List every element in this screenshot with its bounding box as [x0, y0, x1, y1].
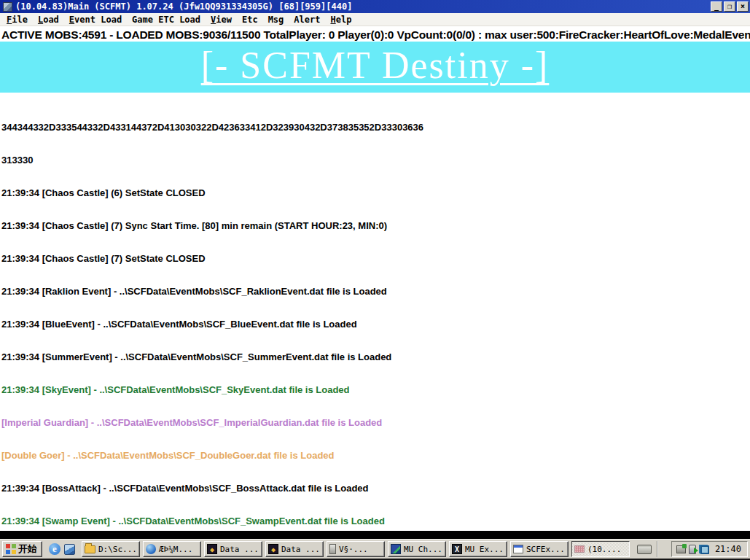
- taskbar-clock: 21:40: [712, 544, 741, 554]
- client-area: ACTIVE MOBS:4591 - LOADED MOBS:9036/1150…: [0, 26, 750, 531]
- menu-msg[interactable]: Msg: [263, 15, 289, 25]
- log-line: 21:39:34 [Swamp Event] - ..\SCFData\Even…: [1, 516, 750, 526]
- menu-view[interactable]: View: [206, 15, 237, 25]
- taskbar-button-browser[interactable]: ÆÞ¼M...: [143, 541, 201, 557]
- log-line: 21:39:34 [Chaos Castle] (7) Sync Start T…: [1, 220, 750, 231]
- menu-help[interactable]: Help: [325, 15, 356, 25]
- taskbar-button-mu-ch[interactable]: MU Ch...: [388, 541, 446, 557]
- log-line: 313330: [1, 155, 750, 166]
- folder-icon: [85, 545, 95, 553]
- log-line: 21:39:34 [Chaos Castle] (7) SetState CLO…: [1, 253, 750, 264]
- network-icon[interactable]: [699, 545, 709, 554]
- mu-data-icon: ◆: [268, 544, 278, 554]
- banner-title: [- SCFMT Destiny -]: [201, 44, 550, 86]
- log-line: 21:39:34 [SummerEvent] - ..\SCFData\Even…: [1, 351, 750, 362]
- taskbar-button-tool[interactable]: V§·...: [327, 541, 385, 557]
- menu-game-etc-load[interactable]: Game ETC Load: [127, 15, 206, 25]
- start-label: 开始: [18, 542, 37, 556]
- globe-icon: [146, 544, 156, 554]
- log-line: 21:39:34 [Raklion Event] - ..\SCFData\Ev…: [1, 286, 750, 297]
- taskbar-button-scfex[interactable]: SCFEx...: [510, 541, 569, 557]
- taskbar-button-dataserver-2[interactable]: ◆ Data ...: [265, 541, 324, 557]
- quick-launch: e: [45, 543, 79, 555]
- start-button[interactable]: 开始: [2, 541, 42, 557]
- menu-etc[interactable]: Etc: [237, 15, 263, 25]
- hardware-icon[interactable]: [676, 545, 686, 553]
- restore-button[interactable]: ❐: [724, 1, 735, 12]
- outlook-express-icon[interactable]: [64, 544, 75, 555]
- log-line: 21:39:34 [BossAttack] - ..\SCFData\Event…: [1, 483, 750, 494]
- server-banner: [- SCFMT Destiny -]: [0, 42, 750, 93]
- database-run-icon[interactable]: [689, 545, 696, 554]
- log-line: 21:39:34 [BlueEvent] - ..\SCFData\EventM…: [1, 319, 750, 330]
- close-button[interactable]: ×: [737, 1, 749, 12]
- menu-event-load[interactable]: Event Load: [64, 15, 127, 25]
- log-line: 21:39:34 [Chaos Castle] (6) SetState CLO…: [1, 187, 750, 198]
- mu-exe-icon: X: [452, 544, 462, 554]
- log-line: [Double Goer] - ..\SCFData\EventMobs\SCF…: [1, 450, 750, 461]
- desktop-gap: [0, 531, 750, 539]
- log-line: 344344332D333544332D433144372D413030322D…: [1, 122, 750, 133]
- scfmt-icon: [574, 545, 585, 553]
- log-line: 21:39:34 [SkyEvent] - ..\SCFData\EventMo…: [1, 384, 750, 395]
- taskbar-button-explorer[interactable]: D:\Sc...: [82, 541, 140, 557]
- window-icon: [513, 545, 523, 553]
- log-line: [Imperial Guardian] - ..\SCFData\EventMo…: [1, 417, 750, 428]
- system-tray: 21:40: [671, 541, 748, 557]
- minimize-button[interactable]: _: [711, 1, 722, 12]
- app-icon: [3, 2, 12, 12]
- internet-explorer-icon[interactable]: e: [49, 543, 60, 555]
- taskbar-button-dataserver-1[interactable]: ◆ Data ...: [204, 541, 262, 557]
- menubar: File Load Event Load Game ETC Load View …: [0, 13, 750, 26]
- taskbar-separator: [657, 541, 657, 557]
- window-title: (10.04.83)Main (SCFMT) 1.07.24 (Jfw1QQ93…: [15, 1, 711, 12]
- server-log: 344344332D333544332D433144372D413030322D…: [0, 93, 750, 531]
- server-status-line: ACTIVE MOBS:4591 - LOADED MOBS:9036/1150…: [0, 26, 750, 42]
- menu-alert[interactable]: Alert: [289, 15, 325, 25]
- taskbar-button-mu-ex[interactable]: X MU Ex...: [449, 541, 507, 557]
- mu-character-icon: [391, 544, 401, 554]
- taskbar: 开始 e D:\Sc... ÆÞ¼M... ◆ Data ... ◆ Data …: [0, 539, 750, 560]
- titlebar: (10.04.83)Main (SCFMT) 1.07.24 (Jfw1QQ93…: [0, 0, 750, 13]
- keyboard-icon[interactable]: [637, 545, 652, 554]
- menu-file[interactable]: File: [1, 15, 33, 25]
- windows-logo-icon: [6, 544, 16, 554]
- computer-tower-icon: [329, 544, 336, 554]
- mu-data-icon: ◆: [207, 544, 217, 554]
- taskbar-button-scfmt-active[interactable]: (10....: [571, 541, 630, 557]
- menu-load[interactable]: Load: [33, 15, 64, 25]
